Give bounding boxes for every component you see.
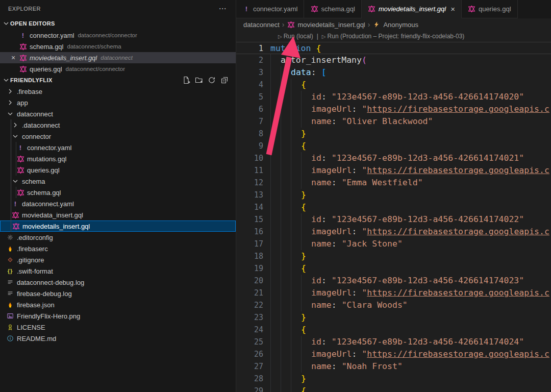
open-editor-label: schema.gql	[30, 43, 63, 51]
code-line-25[interactable]: 25id: "123e4567-e89b-12d3-a456-426614174…	[236, 336, 551, 348]
code-line-2[interactable]: 2actor_insertMany(	[236, 54, 551, 66]
tree-item-connector.yaml[interactable]: !connector.yaml	[0, 142, 236, 153]
new-file-icon[interactable]	[182, 76, 190, 84]
token: }	[301, 250, 306, 262]
play-icon: ▷	[322, 34, 326, 39]
tree-item-schema.gql[interactable]: schema.gql	[0, 187, 236, 198]
code-line-26[interactable]: 26imageUrl: "https://firebasestorage.goo…	[236, 348, 551, 360]
tree-item-queries.gql[interactable]: queries.gql	[0, 164, 236, 176]
code-line-20[interactable]: 20id: "123e4567-e89b-12d3-a456-426614174…	[236, 275, 551, 287]
code-line-22[interactable]: 22name: "Clara Woods"	[236, 299, 551, 311]
code-line-4[interactable]: 4{	[236, 79, 551, 91]
chevron-down-icon	[11, 177, 19, 185]
refresh-icon[interactable]	[208, 76, 216, 84]
tree-item-moviedata_insert.gql[interactable]: moviedata_insert.gql	[0, 209, 236, 220]
tree-item-mutations.gql[interactable]: mutations.gql	[0, 153, 236, 164]
tree-item-.firebase[interactable]: .firebase	[0, 86, 236, 97]
token: imageUrl	[311, 348, 352, 360]
code-line-18[interactable]: 18}	[236, 250, 551, 262]
indent-guides	[270, 79, 301, 91]
run-production-link[interactable]: Run (Production – Project: friendly-flix…	[328, 33, 465, 40]
tree-item-dataconnect-debug.log[interactable]: dataconnect-debug.log	[0, 277, 236, 288]
collapse-all-icon[interactable]	[220, 76, 229, 84]
tree-item-connector[interactable]: connector	[0, 131, 236, 142]
tree-item-.firebaserc[interactable]: .firebaserc	[0, 243, 236, 254]
line-number: 9	[236, 140, 263, 152]
new-folder-icon[interactable]	[195, 76, 203, 84]
code-line-27[interactable]: 27name: "Noah Frost"	[236, 360, 551, 373]
project-section-header[interactable]: FRIENDLYFLIX	[0, 75, 236, 86]
tree-item-.swift-format[interactable]: {}.swift-format	[0, 265, 236, 277]
open-editor-queries.gql[interactable]: queries.gqldataconnect/connector	[0, 63, 236, 75]
tree-item-label: queries.gql	[27, 166, 60, 174]
code-line-6[interactable]: 6imageUrl: "https://firebasestorage.goog…	[236, 103, 551, 115]
code-area[interactable]: 1mutation {2actor_insertMany(3data: [4{5…	[236, 42, 551, 392]
token: imageUrl	[311, 103, 352, 115]
tree-item-.dataconnect[interactable]: .dataconnect	[0, 119, 236, 131]
line-number: 16	[236, 226, 263, 238]
tree-item-schema[interactable]: schema	[0, 176, 236, 187]
close-icon[interactable]: ×	[450, 5, 455, 13]
code-line-10[interactable]: 10id: "123e4567-e89b-12d3-a456-426614174…	[236, 152, 551, 164]
breadcrumb-item-Anonymous[interactable]: Anonymous	[372, 21, 418, 29]
code-line-1[interactable]: 1mutation {	[236, 42, 551, 54]
token: }	[301, 311, 306, 324]
open-editor-connector.yaml[interactable]: !connector.yamldataconnect/connector	[0, 30, 236, 41]
tree-item-moviedetails_insert.gql[interactable]: moviedetails_insert.gql	[0, 220, 236, 232]
code-line-11[interactable]: 11imageUrl: "https://firebasestorage.goo…	[236, 164, 551, 177]
tree-item-label: app	[17, 99, 28, 107]
tab-moviedetails_insert.gql[interactable]: moviedetails_insert.gql×	[362, 0, 462, 18]
code-line-8[interactable]: 8}	[236, 128, 551, 140]
code-line-13[interactable]: 13}	[236, 189, 551, 201]
tree-item-.gitignore[interactable]: .gitignore	[0, 254, 236, 265]
tree-item-label: FriendlyFlix-Hero.png	[17, 312, 80, 320]
code-line-12[interactable]: 12name: "Emma Westfield"	[236, 177, 551, 189]
code-line-19[interactable]: 19{	[236, 262, 551, 275]
tab-connector.yaml[interactable]: !connector.yaml	[236, 0, 304, 18]
code-line-21[interactable]: 21imageUrl: "https://firebasestorage.goo…	[236, 287, 551, 299]
run-local-link[interactable]: Run (local)	[284, 33, 313, 40]
open-editors-header[interactable]: OPEN EDITORS	[0, 17, 236, 30]
code-text: imageUrl: "https://firebasestorage.googl…	[270, 164, 549, 177]
tree-item-label: LICENSE	[17, 324, 45, 331]
token: mutation	[270, 42, 311, 54]
breadcrumb-item-dataconnect[interactable]: dataconnect	[243, 21, 280, 29]
code-text: }	[270, 128, 306, 140]
tree-item-LICENSE[interactable]: LICENSE	[0, 322, 236, 333]
tree-item-firebase-debug.log[interactable]: firebase-debug.log	[0, 288, 236, 299]
code-line-14[interactable]: 14{	[236, 201, 551, 213]
code-line-17[interactable]: 17name: "Jack Stone"	[236, 238, 551, 250]
code-line-5[interactable]: 5id: "123e4567-e89b-12d3-a456-4266141740…	[236, 91, 551, 103]
tree-item-FriendlyFlix-Hero.png[interactable]: FriendlyFlix-Hero.png	[0, 310, 236, 322]
close-icon[interactable]: ×	[11, 54, 19, 61]
code-line-23[interactable]: 23}	[236, 311, 551, 324]
tree-item-label: dataconnect.yaml	[22, 200, 74, 208]
tab-queries.gql[interactable]: queries.gql	[462, 0, 518, 18]
code-text: id: "123e4567-e89b-12d3-a456-42661417402…	[270, 336, 524, 348]
code-line-9[interactable]: 9{	[236, 140, 551, 152]
code-line-28[interactable]: 28}	[236, 373, 551, 385]
tree-item-firebase.json[interactable]: firebase.json	[0, 299, 236, 310]
tab-schema.gql[interactable]: schema.gql	[304, 0, 361, 18]
code-line-7[interactable]: 7name: "Oliver Blackwood"	[236, 115, 551, 128]
token: :	[321, 213, 332, 226]
breadcrumb-item-moviedetails_insert.gql[interactable]: moviedetails_insert.gql	[287, 21, 365, 29]
line-number: 28	[236, 373, 263, 385]
code-line-29[interactable]: 29{	[236, 385, 551, 392]
tree-item-README.md[interactable]: README.md	[0, 333, 236, 344]
tree-item-dataconnect[interactable]: dataconnect	[0, 108, 236, 119]
open-editor-moviedetails_insert.gql[interactable]: ×moviedetails_insert.gqldataconnect	[0, 52, 236, 63]
code-line-15[interactable]: 15id: "123e4567-e89b-12d3-a456-426614174…	[236, 213, 551, 226]
token: imageUrl	[311, 287, 352, 299]
open-editor-schema.gql[interactable]: schema.gqldataconnect/schema	[0, 41, 236, 52]
code-text: }	[270, 373, 306, 385]
more-actions-icon[interactable]: ⋯	[219, 4, 227, 13]
token: :	[332, 360, 342, 373]
tree-item-dataconnect.yaml[interactable]: !dataconnect.yaml	[0, 198, 236, 209]
tree-item-.editorconfig[interactable]: .editorconfig	[0, 232, 236, 243]
tree-item-app[interactable]: app	[0, 97, 236, 108]
code-line-3[interactable]: 3data: [	[236, 66, 551, 79]
code-line-24[interactable]: 24{	[236, 324, 551, 336]
code-line-16[interactable]: 16imageUrl: "https://firebasestorage.goo…	[236, 226, 551, 238]
editor-region[interactable]: !connector.yamlschema.gqlmoviedetails_in…	[236, 0, 551, 392]
